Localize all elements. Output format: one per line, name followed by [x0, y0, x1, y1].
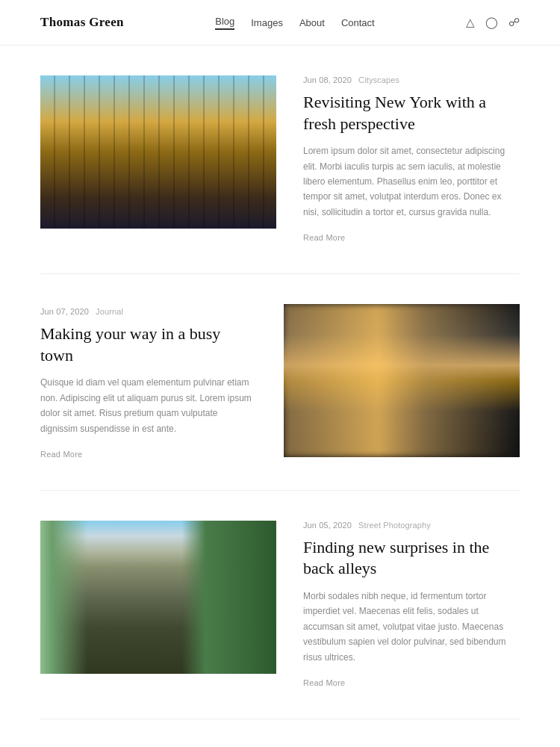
- nav-about[interactable]: About: [299, 17, 325, 28]
- instagram-icon[interactable]: △: [466, 16, 475, 29]
- post-excerpt-3: Morbi sodales nibh neque, id fermentum t…: [303, 589, 520, 665]
- post-meta-3: Jun 05, 2020 Street Photography: [303, 521, 520, 530]
- nav-contact[interactable]: Contact: [341, 17, 375, 28]
- post-category-1: Cityscapes: [358, 75, 399, 84]
- search-icon[interactable]: ☍: [508, 16, 520, 29]
- post-row: Jun 08, 2020 Cityscapes Revisiting New Y…: [40, 46, 520, 274]
- post-content-1: Jun 08, 2020 Cityscapes Revisiting New Y…: [303, 75, 520, 244]
- main-nav: Blog Images About Contact: [215, 16, 374, 30]
- read-more-2[interactable]: Read More: [40, 450, 82, 459]
- post-excerpt-2: Quisque id diam vel quam elementum pulvi…: [40, 375, 257, 436]
- post-title-2: Making your way in a busy town: [40, 323, 257, 366]
- post-image-1: [40, 75, 276, 229]
- post-category-2: Journal: [96, 307, 123, 316]
- post-content-2: Jun 07, 2020 Journal Making your way in …: [40, 304, 257, 460]
- header-icons: △ ◯ ☍: [466, 16, 520, 29]
- post-date-3: Jun 05, 2020: [303, 521, 352, 530]
- post-meta-1: Jun 08, 2020 Cityscapes: [303, 75, 520, 84]
- posts-list: Jun 08, 2020 Cityscapes Revisiting New Y…: [0, 46, 560, 747]
- read-more-1[interactable]: Read More: [303, 233, 345, 242]
- post-date-1: Jun 08, 2020: [303, 75, 352, 84]
- post-row: Jun 07, 2020 Journal Making your way in …: [40, 274, 520, 491]
- site-header: Thomas Green Blog Images About Contact △…: [0, 0, 560, 46]
- post-category-3: Street Photography: [358, 521, 431, 530]
- post-date-2: Jun 07, 2020: [40, 307, 89, 316]
- post-title-3: Finding new surprises in the back alleys: [303, 537, 520, 580]
- site-title: Thomas Green: [40, 15, 124, 30]
- post-row: Jun 04, 2020 Street Photography The stre…: [40, 719, 520, 747]
- nav-images[interactable]: Images: [251, 17, 283, 28]
- post-title-1: Revisiting New York with a fresh perspec…: [303, 92, 520, 134]
- post-excerpt-1: Lorem ipsum dolor sit amet, consectetur …: [303, 143, 520, 220]
- read-more-3[interactable]: Read More: [303, 678, 345, 687]
- post-image-2: [284, 304, 520, 457]
- post-content-3: Jun 05, 2020 Street Photography Finding …: [303, 521, 520, 689]
- post-row: Jun 05, 2020 Street Photography Finding …: [40, 491, 520, 719]
- nav-blog[interactable]: Blog: [215, 16, 234, 30]
- post-meta-2: Jun 07, 2020 Journal: [40, 307, 257, 316]
- twitter-icon[interactable]: ◯: [485, 16, 498, 29]
- post-image-3: [40, 521, 276, 674]
